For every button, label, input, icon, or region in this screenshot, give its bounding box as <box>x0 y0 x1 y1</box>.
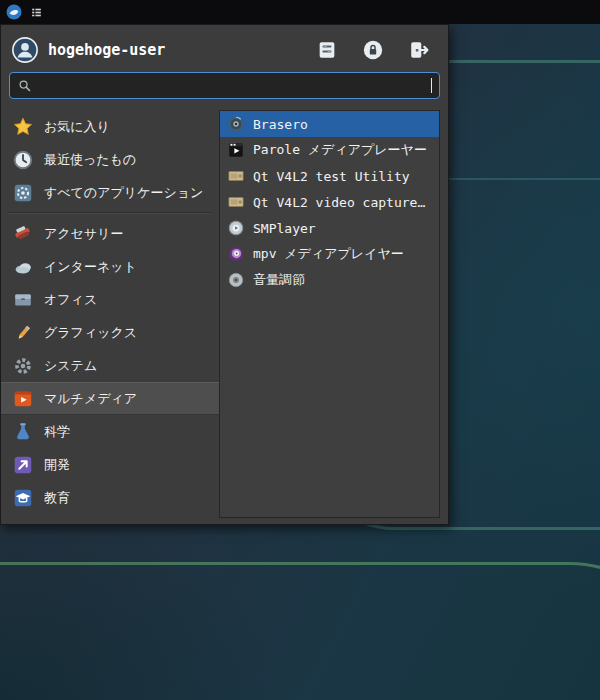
lock-icon <box>362 39 384 61</box>
brasero-icon <box>227 115 245 133</box>
category-item[interactable]: アクセサリー <box>1 217 219 250</box>
category-label: インターネット <box>44 258 137 276</box>
menu-header: hogehoge-user <box>1 25 448 69</box>
app-item[interactable]: Qt V4L2 video capture uti… <box>220 189 439 215</box>
graphics-icon <box>12 322 34 344</box>
category-label: お気に入り <box>44 118 110 136</box>
whisker-menu-button[interactable] <box>5 3 23 21</box>
app-item[interactable]: mpv メディアプレイヤー <box>220 241 439 267</box>
app-label: Brasero <box>253 117 308 132</box>
accessories-icon <box>12 223 34 245</box>
log-out-button[interactable] <box>408 39 430 61</box>
category-item[interactable]: 科学 <box>1 415 219 448</box>
app-item[interactable]: Parole メディアプレーヤー <box>220 137 439 163</box>
category-label: マルチメディア <box>44 390 137 408</box>
app-item[interactable]: 音量調節 <box>220 267 439 293</box>
category-item[interactable]: システム <box>1 349 219 382</box>
desktop: { "panel": { "icons": [ {"name": "distri… <box>0 0 600 700</box>
app-item[interactable]: Brasero <box>220 111 439 137</box>
category-item[interactable]: 開発 <box>1 448 219 481</box>
search-icon <box>17 78 32 93</box>
top-panel <box>0 0 600 24</box>
logout-icon <box>408 39 430 61</box>
office-icon <box>12 289 34 311</box>
window-list-icon[interactable] <box>30 6 43 19</box>
qtv4l2-icon <box>227 193 245 211</box>
category-item[interactable]: 最近使ったもの <box>1 143 219 176</box>
category-separator <box>9 212 211 214</box>
user-avatar-icon <box>11 36 39 64</box>
education-icon <box>12 487 34 509</box>
wallpaper-outline-bottom <box>0 562 600 700</box>
app-item[interactable]: SMPlayer <box>220 215 439 241</box>
category-label: システム <box>44 357 97 375</box>
category-item[interactable]: マルチメディア <box>1 382 219 415</box>
category-label: オフィス <box>44 291 97 309</box>
category-item[interactable]: オフィス <box>1 283 219 316</box>
clock-icon <box>12 149 34 171</box>
app-label: Qt V4L2 video capture uti… <box>253 195 432 210</box>
star-icon <box>12 116 34 138</box>
development-icon <box>12 454 34 476</box>
category-label: グラフィックス <box>44 324 137 342</box>
username: hogehoge-user <box>48 41 307 59</box>
app-item[interactable]: Qt V4L2 test Utility <box>220 163 439 189</box>
category-item[interactable]: お気に入り <box>1 110 219 143</box>
app-list: BraseroParole メディアプレーヤーQt V4L2 test Util… <box>219 110 440 518</box>
category-label: 開発 <box>44 456 70 474</box>
application-menu: hogehoge-user お気に入り最近使ったものすべてのアプリケーションアク… <box>0 24 449 525</box>
category-label: アクセサリー <box>44 225 124 243</box>
app-label: 音量調節 <box>253 271 305 289</box>
category-item[interactable]: インターネット <box>1 250 219 283</box>
parole-icon <box>227 141 245 159</box>
volume-icon <box>227 271 245 289</box>
grid-icon <box>12 182 34 204</box>
category-item[interactable]: 教育 <box>1 481 219 514</box>
category-item[interactable]: すべてのアプリケーション <box>1 176 219 209</box>
smplayer-icon <box>227 219 245 237</box>
app-label: Parole メディアプレーヤー <box>253 141 427 159</box>
category-label: 最近使ったもの <box>44 151 136 169</box>
category-label: すべてのアプリケーション <box>44 184 203 202</box>
lock-screen-button[interactable] <box>362 39 384 61</box>
search-input[interactable] <box>38 78 427 93</box>
app-label: Qt V4L2 test Utility <box>253 169 410 184</box>
app-label: mpv メディアプレイヤー <box>253 245 404 263</box>
multimedia-icon <box>12 388 34 410</box>
qtv4l2-icon <box>227 167 245 185</box>
text-caret <box>431 78 432 93</box>
category-label: 教育 <box>44 489 70 507</box>
mpv-icon <box>227 245 245 263</box>
category-item[interactable]: グラフィックス <box>1 316 219 349</box>
system-icon <box>12 355 34 377</box>
category-label: 科学 <box>44 423 70 441</box>
header-actions <box>316 39 430 61</box>
science-icon <box>12 421 34 443</box>
app-label: SMPlayer <box>253 221 316 236</box>
menu-body: お気に入り最近使ったものすべてのアプリケーションアクセサリーインターネットオフィ… <box>1 105 448 524</box>
category-list: お気に入り最近使ったものすべてのアプリケーションアクセサリーインターネットオフィ… <box>1 110 219 524</box>
search-box[interactable] <box>9 72 440 99</box>
settings-icon <box>316 39 338 61</box>
settings-button[interactable] <box>316 39 338 61</box>
internet-icon <box>12 256 34 278</box>
